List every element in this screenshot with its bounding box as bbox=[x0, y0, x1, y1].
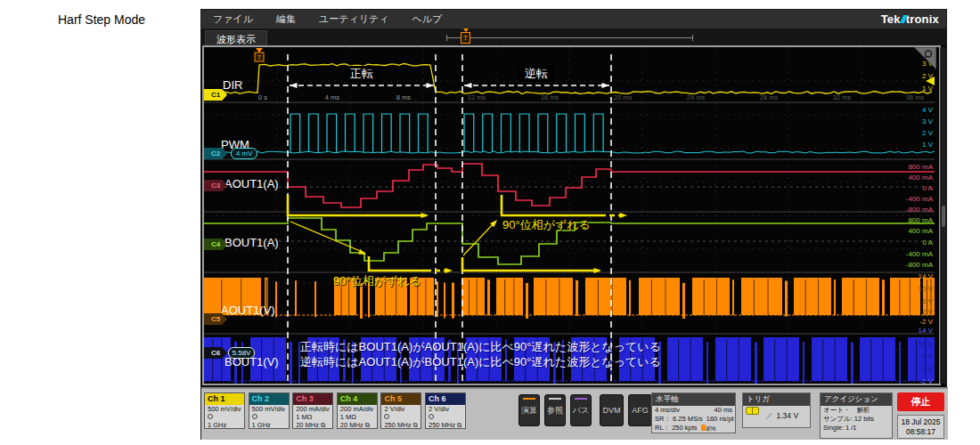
scale-label: 0 A bbox=[922, 239, 933, 247]
aout1v-trace-spike bbox=[444, 282, 445, 318]
scale-label: -800 mA bbox=[906, 206, 934, 214]
bout1v-trace-spike bbox=[851, 342, 853, 384]
aout1v-trace-slit bbox=[385, 279, 386, 315]
badge-scale: 200 mA/div bbox=[338, 405, 377, 413]
aout1v-trace-slit bbox=[559, 279, 559, 315]
vertical-scrollbar[interactable] bbox=[940, 47, 946, 384]
footer-button-label: バス bbox=[573, 405, 589, 417]
scale-label: 2 V bbox=[922, 365, 934, 373]
footer-badge-ch2[interactable]: Ch 2500 mV/div1 GHz bbox=[249, 392, 290, 429]
trigger-panel[interactable]: トリガ ／1.34 V bbox=[742, 392, 811, 428]
footer-badge-ch5[interactable]: Ch 52 V/div250 MHz ⧉ bbox=[380, 392, 421, 429]
aout1v-trace-slit bbox=[341, 279, 342, 315]
aout1v-trace-block bbox=[794, 278, 831, 315]
bout1v-trace-slit bbox=[432, 338, 433, 381]
time-label: 32 ms bbox=[833, 93, 852, 101]
pwm-pulse bbox=[327, 114, 337, 152]
scale-label: 800 mA bbox=[908, 216, 933, 224]
aout1v-trace-slit bbox=[866, 279, 867, 315]
badge-coupling: 1 MΩ bbox=[338, 413, 377, 421]
badge-bandwidth: 250 MHz ⧉ bbox=[381, 421, 421, 429]
pwm-pulse bbox=[464, 114, 474, 152]
scale-label: 10 V bbox=[919, 340, 934, 348]
aout1v-trace-slit bbox=[805, 279, 806, 315]
footer-badge-ch3[interactable]: Ch 3200 mA/div1 MΩ20 MHz ⧉ bbox=[292, 392, 333, 429]
pwm-pulse bbox=[290, 114, 300, 152]
badge-coupling bbox=[249, 413, 289, 421]
aout1v-trace-slit bbox=[265, 279, 266, 315]
scale-label: 2 V bbox=[922, 129, 934, 137]
aout1v-trace-spike bbox=[314, 281, 316, 317]
aout1v-trace-spike bbox=[834, 279, 836, 315]
footer-button-label: DVM bbox=[603, 406, 621, 415]
scale-label: 14 V bbox=[919, 272, 934, 280]
bout1v-trace-spike bbox=[706, 342, 708, 384]
footer-button-演算[interactable]: 演算 bbox=[519, 394, 540, 426]
trigger-position-handle[interactable]: T bbox=[461, 32, 470, 44]
time-label: 28 ms bbox=[760, 93, 779, 101]
footer-button-dvm[interactable]: DVM bbox=[600, 394, 624, 426]
bout1v-trace-block bbox=[307, 337, 339, 381]
bout1v-trace-slit bbox=[835, 338, 836, 381]
aout1v-trace-slit bbox=[396, 279, 396, 315]
bout1v-trace-slit bbox=[420, 339, 421, 381]
horizontal-position-slider[interactable] bbox=[446, 37, 693, 38]
time-label: 4 ms bbox=[325, 93, 340, 101]
bout1v-trace-spike bbox=[241, 343, 243, 384]
footer-badge-ch4[interactable]: Ch 4200 mA/div1 MΩ20 MHz ⧉ bbox=[337, 392, 378, 429]
bout1v-trace-spike bbox=[343, 339, 346, 381]
bout1v-trace-slit bbox=[372, 339, 372, 381]
footer-button-label: AFG bbox=[632, 406, 649, 415]
acquisition-panel[interactable]: アクイジション オート・ 解析 サンプル: 12 bits Single: 1 … bbox=[820, 392, 893, 439]
footer-badge-title: Ch 4 bbox=[338, 393, 377, 405]
horizontal-panel[interactable]: 水平軸 4 ms/div40 ms SR： 6.25 MS/s160 ns/pt… bbox=[651, 392, 736, 433]
reverse-arrowhead bbox=[602, 83, 610, 88]
aout1v-trace-slit bbox=[818, 279, 819, 315]
aout1v-trace-block bbox=[334, 278, 356, 315]
footer-badge-title: Ch 1 bbox=[205, 393, 244, 405]
footer-button-バス[interactable]: バス bbox=[570, 394, 592, 426]
scale-label: 6 V bbox=[922, 352, 934, 360]
menu-edit[interactable]: 編集 bbox=[276, 12, 296, 26]
aout1v-trace-spike bbox=[368, 282, 370, 318]
aout1v-trace-spike bbox=[682, 283, 685, 319]
bout1v-trace-slit bbox=[883, 338, 884, 381]
pwm-pulse bbox=[363, 114, 373, 152]
pwm-pulse bbox=[538, 114, 548, 152]
aout1v-trace-slit bbox=[910, 279, 911, 315]
bout1v-trace-slit bbox=[678, 339, 679, 381]
footer-button-参照[interactable]: 参照 bbox=[544, 394, 566, 426]
bout1v-trace-block bbox=[667, 337, 703, 381]
badge-bandwidth: 1 GHz bbox=[205, 421, 244, 429]
aout1v-trace-slit bbox=[221, 279, 222, 315]
pwm-pulse bbox=[502, 114, 511, 152]
tab-waveform-view[interactable]: 波形表示 bbox=[205, 30, 267, 46]
bout1v-trace-slit bbox=[916, 339, 917, 381]
bout1v-trace-slit bbox=[594, 338, 595, 381]
scrollbar-grip[interactable] bbox=[942, 206, 945, 227]
reverse-arrowhead bbox=[464, 83, 472, 88]
badge-coupling bbox=[205, 413, 244, 421]
badge-coupling bbox=[426, 413, 465, 421]
datetime-box: 18 Jul 2025 08:58:17 bbox=[897, 415, 944, 439]
bout1v-trace-slit bbox=[870, 339, 871, 381]
phase-annotation-diagonal bbox=[290, 222, 364, 253]
pwm-pulse bbox=[483, 114, 493, 152]
stop-button[interactable]: 停止 bbox=[897, 392, 944, 411]
bout1v-trace-block bbox=[361, 337, 396, 381]
bout1v-trace-slit bbox=[525, 339, 526, 381]
aout1v-trace-block bbox=[842, 278, 879, 315]
aout1v-trace-block bbox=[585, 278, 626, 315]
menu-utility[interactable]: ユーティリティ bbox=[319, 12, 389, 26]
oscilloscope-window: ファイル 編集 ユーティリティ ヘルプ Tektronix 波形表示 T 3 V… bbox=[200, 9, 947, 440]
menu-file[interactable]: ファイル bbox=[213, 12, 253, 26]
footer-badge-ch6[interactable]: Ch 62 V/div250 MHz ⧉ bbox=[425, 392, 466, 429]
waveform-display[interactable]: 3 V2 V1 V4 V3 V2 V1 V800 mA400 mA0 A-400… bbox=[204, 47, 936, 384]
bout1v-trace-slit bbox=[221, 338, 222, 381]
bout1v-trace-slit bbox=[726, 339, 727, 381]
badge-scale: 2 V/div bbox=[381, 405, 421, 413]
footer-badge-ch1[interactable]: Ch 1500 mV/div1 GHz bbox=[204, 392, 245, 429]
bout1v-trace-slit bbox=[582, 339, 583, 381]
footer-button-afg[interactable]: AFG bbox=[628, 394, 652, 426]
menu-help[interactable]: ヘルプ bbox=[412, 12, 443, 26]
